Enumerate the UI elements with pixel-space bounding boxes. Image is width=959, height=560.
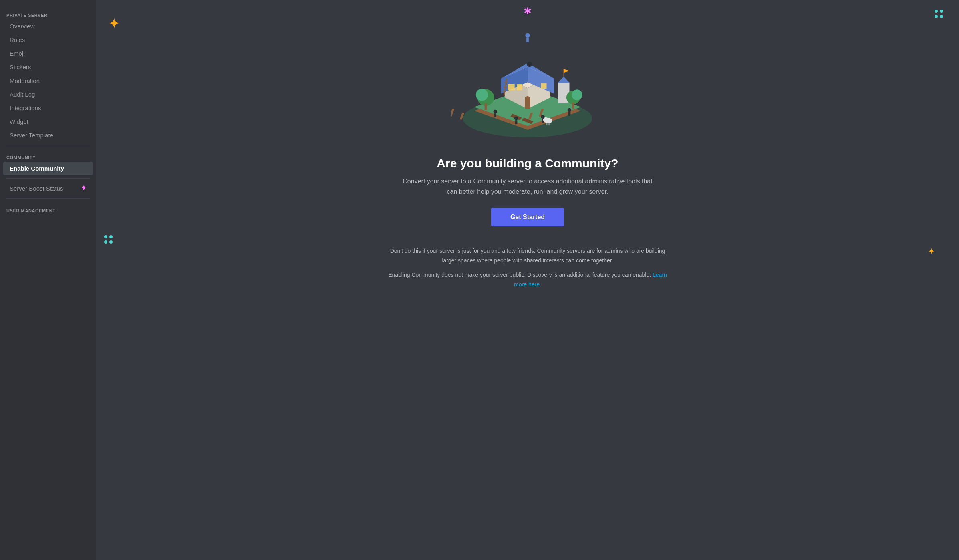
svg-rect-35 [526, 38, 529, 42]
deco-star-pink: ✱ [524, 6, 532, 17]
content-area: Are you building a Community? Convert yo… [383, 156, 672, 294]
sidebar-item-overview[interactable]: Overview [3, 20, 93, 33]
sidebar-item-enable-community[interactable]: Enable Community [3, 162, 93, 175]
section-label-user-management: USER MANAGEMENT [0, 202, 96, 215]
sidebar-item-integrations[interactable]: Integrations [3, 101, 93, 115]
sidebar-item-moderation[interactable]: Moderation [3, 74, 93, 87]
sidebar-section-user-management: USER MANAGEMENT [0, 202, 96, 215]
notice-text-2: Enabling Community does not make your se… [383, 270, 672, 290]
sidebar-divider-2 [6, 178, 90, 179]
svg-rect-19 [572, 103, 574, 109]
svg-point-24 [514, 117, 518, 121]
deco-dots-teal-left [104, 235, 113, 244]
page-title: Are you building a Community? [437, 156, 618, 171]
deco-star-yellow-small: ✦ [928, 246, 935, 257]
svg-point-20 [527, 62, 532, 67]
svg-rect-32 [546, 123, 548, 125]
main-content: ✦ ✱ ✦ [96, 0, 959, 560]
svg-rect-5 [508, 84, 515, 90]
sidebar-item-audit-log[interactable]: Audit Log [3, 88, 93, 101]
svg-rect-16 [485, 103, 487, 110]
svg-point-22 [494, 110, 498, 114]
svg-rect-25 [515, 120, 518, 124]
sidebar-item-server-template[interactable]: Server Template [3, 129, 93, 142]
svg-line-10 [503, 87, 507, 87]
sidebar-item-stickers[interactable]: Stickers [3, 60, 93, 74]
svg-point-18 [572, 89, 582, 100]
svg-rect-7 [541, 83, 546, 89]
notice-area: Don't do this if your server is just for… [383, 246, 672, 294]
svg-rect-1 [451, 109, 454, 117]
sidebar-section-boost: Server Boost Status [0, 182, 96, 195]
svg-rect-29 [568, 112, 571, 116]
svg-point-31 [543, 117, 548, 123]
sidebar-section-community: COMMUNITY Enable Community [0, 149, 96, 175]
svg-point-15 [476, 89, 488, 101]
deco-star-yellow-large: ✦ [108, 15, 120, 32]
sidebar-item-server-boost-status[interactable]: Server Boost Status [3, 182, 93, 195]
svg-rect-33 [548, 123, 550, 125]
sidebar-item-roles[interactable]: Roles [3, 33, 93, 46]
section-label-community: COMMUNITY [0, 149, 96, 161]
notice-text-1: Don't do this if your server is just for… [383, 246, 672, 266]
section-label-private-server: PRIVATE SERVER [0, 6, 96, 19]
sidebar-section-private-server: PRIVATE SERVER Overview Roles Emoji Stic… [0, 6, 96, 142]
page-subtitle: Convert your server to a Community serve… [399, 176, 656, 197]
deco-dots-teal-top [935, 10, 943, 18]
boost-icon [81, 185, 87, 192]
sidebar: PRIVATE SERVER Overview Roles Emoji Stic… [0, 0, 96, 560]
sidebar-item-emoji[interactable]: Emoji [3, 47, 93, 60]
sidebar-divider-3 [6, 198, 90, 199]
svg-rect-21 [528, 67, 531, 72]
get-started-button[interactable]: Get Started [491, 208, 564, 226]
svg-point-28 [568, 108, 572, 112]
svg-rect-6 [517, 84, 522, 90]
sidebar-divider-1 [6, 145, 90, 145]
sidebar-item-widget[interactable]: Widget [3, 115, 93, 128]
community-illustration [451, 24, 604, 144]
svg-rect-23 [494, 113, 496, 117]
svg-point-34 [525, 33, 530, 38]
